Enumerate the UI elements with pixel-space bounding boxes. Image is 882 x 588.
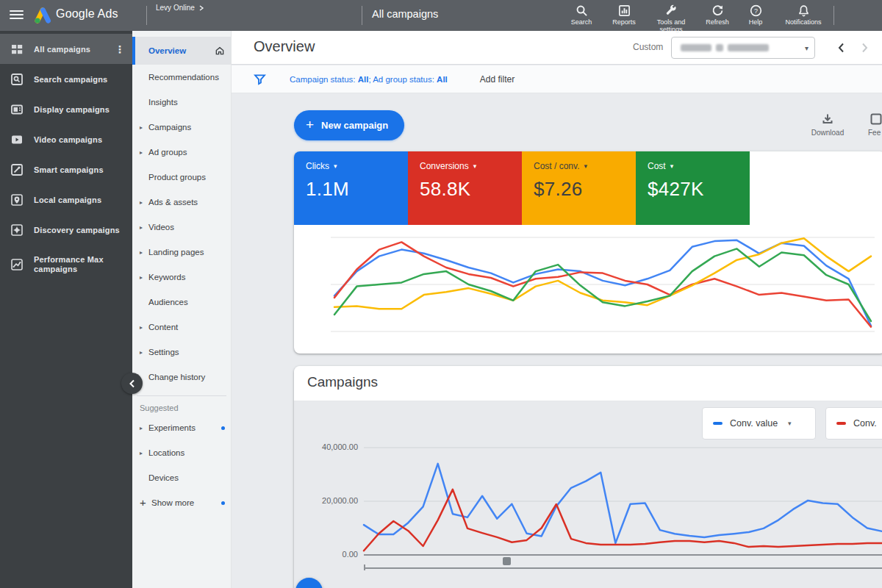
subnav-item-settings[interactable]: ▸Settings: [132, 340, 231, 365]
sidebar-item-display-campaigns[interactable]: Display campaigns: [0, 94, 132, 124]
collapse-subnav-button[interactable]: [121, 373, 143, 394]
sidebar-item-all-campaigns[interactable]: All campaigns⋮: [0, 34, 132, 64]
topbar-action-refresh[interactable]: Refresh: [697, 3, 738, 26]
metric-label: Cost▾: [648, 161, 750, 171]
sidebar-item-label: Video campaigns: [34, 135, 102, 144]
subnav-item-label: Videos: [148, 223, 174, 232]
sidebar-item-discovery-campaigns[interactable]: Discovery campaigns: [0, 215, 132, 245]
svg-text:?: ?: [754, 7, 758, 15]
subnav-item-show-more[interactable]: +Show more: [132, 490, 231, 515]
metric-label: Clicks▾: [306, 161, 408, 171]
subnav-item-ad-groups[interactable]: ▸Ad groups: [132, 140, 231, 165]
smart-campaigns-icon: [10, 163, 24, 176]
filter-bar: Campaign status: All; Ad group status: A…: [232, 65, 882, 93]
subnav-item-label: Keywords: [148, 273, 186, 282]
sidebar-item-label: All campaigns: [34, 45, 90, 54]
metric-card-cost[interactable]: Cost▾$427K: [636, 151, 750, 225]
feedback-button[interactable]: Fee: [868, 112, 882, 137]
expand-arrow-icon: ▸: [140, 324, 148, 331]
download-button[interactable]: Download: [805, 112, 850, 137]
date-range-picker[interactable]: ▾: [671, 37, 815, 59]
plus-icon: +: [306, 117, 314, 133]
expand-arrow-icon: ▸: [140, 199, 148, 206]
subnav-item-label: Landing pages: [148, 248, 204, 257]
account-breadcrumb[interactable]: Levy Online: [156, 4, 204, 12]
subnav-item-insights[interactable]: Insights: [132, 90, 231, 115]
sidebar-item-label: Smart campaigns: [34, 165, 104, 174]
expand-arrow-icon: ▸: [140, 274, 148, 281]
subnav-divider: [137, 395, 226, 396]
expand-arrow-icon: ▸: [140, 425, 148, 431]
suggested-label: Suggested: [132, 399, 231, 415]
next-range-button[interactable]: [855, 38, 874, 57]
active-filters-link[interactable]: Campaign status: All; Ad group status: A…: [290, 75, 448, 84]
redacted-date-text: [728, 44, 769, 51]
new-campaign-button[interactable]: + New campaign: [294, 110, 404, 140]
metric-card-clicks[interactable]: Clicks▾1.1M: [294, 151, 408, 225]
subnav-item-ads-assets[interactable]: ▸Ads & assets: [132, 190, 231, 215]
chart-scrollbar-track[interactable]: [364, 567, 882, 569]
metric-value: $427K: [648, 178, 750, 201]
topbar-action-help[interactable]: ?Help: [738, 3, 773, 26]
performance-max-icon: [10, 258, 24, 271]
metric-card-conversions[interactable]: Conversions▾58.8K: [408, 151, 522, 225]
topbar-action-tools-and-settings[interactable]: Tools and settings: [645, 3, 697, 33]
topbar-actions: SearchReportsTools and settingsRefresh?H…: [560, 3, 833, 33]
sidebar-item-performance-max-campaigns[interactable]: Performance Max campaigns: [0, 245, 132, 284]
sidebar-item-label: Discovery campaigns: [34, 226, 120, 234]
y-axis-tick: 40,000.00: [314, 442, 358, 451]
subnav-item-product-groups[interactable]: Product groups: [132, 165, 231, 190]
notification-dot: [221, 501, 225, 505]
caret-down-icon: ▾: [584, 162, 587, 170]
subnav-item-label: Ad groups: [148, 148, 187, 157]
subnav-item-landing-pages[interactable]: ▸Landing pages: [132, 240, 231, 265]
subnav-item-campaigns[interactable]: ▸Campaigns: [132, 115, 231, 140]
previous-range-button[interactable]: [831, 38, 850, 57]
metric-value: $7.26: [534, 178, 636, 201]
subnav-item-label: Change history: [148, 373, 205, 381]
subnav-item-label: Campaigns: [148, 123, 191, 132]
topbar-divider: [362, 6, 362, 25]
chart-scrollbar-handle[interactable]: [503, 557, 511, 565]
subnav-item-devices[interactable]: Devices: [132, 465, 231, 490]
subnav-item-label: Show more: [151, 498, 194, 507]
main-content: Overview Custom ▾ Campaign status: All; …: [232, 31, 882, 588]
subnav-item-overview[interactable]: Overview: [132, 37, 231, 65]
menu-icon[interactable]: [10, 10, 24, 21]
notifications-icon: [797, 4, 810, 17]
redacted-date-text: [681, 44, 711, 51]
subnav-item-locations[interactable]: ▸Locations: [132, 440, 231, 465]
metric-card-cost-conv[interactable]: Cost / conv.▾$7.26: [522, 151, 636, 225]
sidebar-item-search-campaigns[interactable]: Search campaigns: [0, 64, 132, 94]
topbar-action-label: Notifications: [785, 18, 821, 26]
subnav-item-label: Settings: [148, 348, 179, 356]
notification-dot: [221, 426, 225, 430]
sidebar-item-local-campaigns[interactable]: Local campaigns: [0, 184, 132, 215]
subnav-item-label: Content: [148, 323, 178, 331]
add-filter-button[interactable]: Add filter: [480, 74, 514, 85]
sidebar-item-video-campaigns[interactable]: Video campaigns: [0, 124, 132, 154]
subnav-item-videos[interactable]: ▸Videos: [132, 215, 231, 240]
sidebar-item-smart-campaigns[interactable]: Smart campaigns: [0, 154, 132, 184]
subnav-item-recommendations[interactable]: Recommendations: [132, 65, 231, 90]
legend-button-conv[interactable]: Conv.▾: [825, 407, 882, 440]
subnav-item-label: Devices: [148, 473, 179, 482]
topbar-action-notifications[interactable]: Notifications: [773, 3, 833, 26]
topbar-action-reports[interactable]: Reports: [603, 3, 645, 26]
topbar-action-label: Refresh: [706, 18, 729, 26]
subnav-item-audiences[interactable]: Audiences: [132, 290, 231, 315]
subnav-item-keywords[interactable]: ▸Keywords: [132, 265, 231, 290]
account-name: Levy Online: [156, 4, 195, 12]
legend-label: Conv. value: [730, 418, 778, 429]
chevron-right-icon: [198, 5, 204, 11]
more-options-icon[interactable]: ⋮: [115, 43, 125, 55]
help-icon: ?: [750, 4, 762, 17]
y-axis-tick: 20,000.00: [314, 496, 358, 505]
subnav-item-content[interactable]: ▸Content: [132, 315, 231, 340]
y-axis-tick: 0.00: [314, 550, 358, 559]
subnav-item-experiments[interactable]: ▸Experiments: [132, 415, 231, 440]
legend-button-conv-value[interactable]: Conv. value▾: [702, 407, 816, 440]
subnav-item-change-history[interactable]: Change history: [132, 365, 231, 390]
topbar-action-search[interactable]: Search: [560, 3, 603, 26]
overview-summary-card: Clicks▾1.1MConversions▾58.8KCost / conv.…: [294, 151, 882, 354]
